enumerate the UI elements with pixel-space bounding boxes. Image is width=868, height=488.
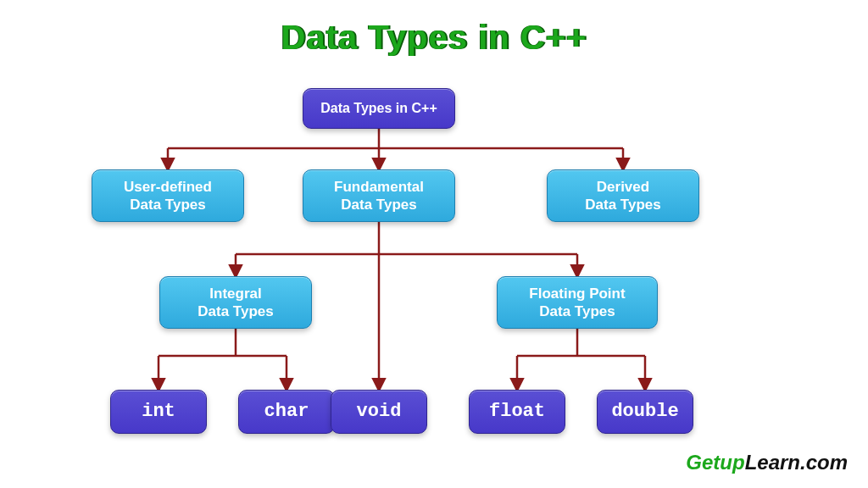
node-user-defined: User-definedData Types	[92, 169, 244, 222]
node-floating: Floating PointData Types	[497, 276, 658, 329]
node-char: char	[238, 390, 335, 434]
node-void: void	[331, 390, 427, 434]
node-float: float	[469, 390, 565, 434]
watermark-part3: .com	[800, 451, 848, 474]
diagram-title: Data Types in C++	[0, 19, 868, 57]
watermark: GetupLearn.com	[686, 451, 848, 474]
node-double: double	[597, 390, 693, 434]
node-fundamental: FundamentalData Types	[303, 169, 455, 222]
node-root: Data Types in C++	[303, 88, 455, 129]
node-int: int	[110, 390, 207, 434]
node-integral: IntegralData Types	[159, 276, 312, 329]
watermark-part2: Learn	[745, 451, 800, 474]
watermark-part1: Getup	[686, 451, 744, 474]
node-derived: DerivedData Types	[547, 169, 699, 222]
